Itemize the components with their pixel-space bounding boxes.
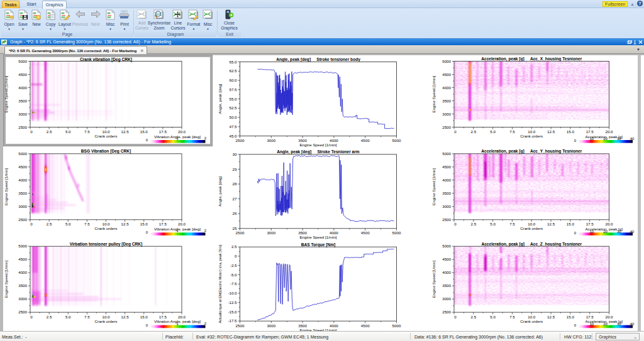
svg-text:5000: 5000 [18,151,27,156]
svg-text:10: 10 [589,230,594,234]
svg-text:0: 0 [30,222,33,226]
svg-text:Angle, peak [deg]: Angle, peak [deg] [218,176,222,206]
svg-text:20.0: 20.0 [605,222,613,226]
svg-text:4500: 4500 [18,257,27,261]
svg-text:20: 20 [603,230,608,234]
svg-text:4000: 4000 [442,178,451,182]
svg-text:2: 2 [204,229,207,232]
svg-text:-2.5: -2.5 [230,263,237,268]
svg-text:0: 0 [146,138,148,142]
svg-text:3000: 3000 [18,204,27,208]
svg-text:17.5: 17.5 [586,222,594,226]
svg-text:3500: 3500 [298,230,307,235]
svg-text:7.5: 7.5 [84,222,90,226]
svg-text:BAS Torque [Nm]: BAS Torque [Nm] [301,242,335,247]
svg-text:4000: 4000 [442,270,451,274]
svg-text:Engine Speed [1/min]: Engine Speed [1/min] [431,75,436,112]
svg-text:2.5: 2.5 [231,244,237,249]
svg-text:3500: 3500 [298,138,307,143]
svg-text:10: 10 [589,137,594,141]
svg-text:4000: 4000 [330,230,338,235]
svg-text:5.0: 5.0 [490,222,496,226]
svg-text:4500: 4500 [18,72,27,77]
svg-text:20: 20 [603,322,608,326]
svg-text:Crank orders: Crank orders [95,134,118,138]
svg-text:0: 0 [146,230,148,234]
svg-text:12.5: 12.5 [121,222,130,226]
svg-text:15.0: 15.0 [567,129,575,134]
svg-text:3000: 3000 [18,112,27,116]
svg-text:17.5: 17.5 [159,222,167,226]
svg-text:20.0: 20.0 [605,129,613,134]
svg-text:17.5: 17.5 [586,315,594,319]
svg-text:5000: 5000 [392,323,401,328]
svg-text:52.5: 52.5 [229,106,237,110]
svg-text:Acceleration, peak [g] Acc: Acceleration, peak [g] Acc_Z_housing Tes… [481,242,582,247]
svg-text:0: 0 [454,315,457,319]
svg-text:4000: 4000 [18,270,27,274]
svg-text:10.0: 10.0 [102,129,110,134]
svg-text:7.5: 7.5 [509,315,515,319]
svg-text:5.0: 5.0 [65,129,71,134]
svg-text:30: 30 [617,322,621,326]
svg-text:3500: 3500 [442,283,451,288]
svg-text:10.0: 10.0 [528,222,536,226]
svg-text:4500: 4500 [361,323,370,328]
svg-text:2500: 2500 [236,323,245,328]
svg-text:15.0: 15.0 [567,222,575,226]
svg-text:5.0: 5.0 [490,315,496,319]
svg-text:-12.5: -12.5 [228,300,237,305]
svg-text:7.5: 7.5 [84,129,90,134]
svg-text:0: 0 [454,129,457,134]
svg-text:2500: 2500 [236,230,245,235]
svg-text:7.5: 7.5 [509,129,515,134]
svg-text:57.5: 57.5 [229,87,237,92]
svg-text:5.0: 5.0 [65,315,71,319]
svg-text:12.5: 12.5 [547,129,555,134]
svg-text:0: 0 [454,222,457,226]
svg-text:20.0: 20.0 [178,129,186,134]
svg-text:30: 30 [617,137,621,141]
svg-text:65.0: 65.0 [229,60,237,64]
svg-text:3500: 3500 [442,99,451,103]
svg-text:2500: 2500 [18,310,27,314]
svg-text:5000: 5000 [18,244,27,248]
svg-text:40: 40 [630,137,635,141]
svg-text:30: 30 [233,152,237,156]
svg-text:2.5: 2.5 [471,222,477,226]
svg-text:3000: 3000 [442,112,451,116]
svg-text:2.5: 2.5 [47,222,52,226]
svg-text:Engine Speed [1/min]: Engine Speed [1/min] [299,143,336,147]
svg-text:30: 30 [617,230,621,234]
svg-text:55.0: 55.0 [229,97,237,101]
svg-text:4000: 4000 [18,85,27,90]
svg-text:Engine Speed [1/min]: Engine Speed [1/min] [4,75,8,112]
svg-text:Crank orders: Crank orders [520,319,543,323]
svg-text:4000: 4000 [442,85,451,90]
svg-text:25: 25 [233,226,237,230]
svg-text:17.5: 17.5 [159,129,167,134]
svg-text:15.0: 15.0 [567,315,575,319]
svg-text:Virbation tensioner pulley [De: Virbation tensioner pulley [Deg CRK] [70,242,143,247]
svg-text:4500: 4500 [361,138,370,143]
svg-text:7.5: 7.5 [84,315,90,319]
svg-text:12.5: 12.5 [547,315,555,319]
svg-text:0: 0 [574,231,577,235]
svg-text:4000: 4000 [18,178,27,182]
svg-text:12.5: 12.5 [547,222,555,226]
svg-text:3000: 3000 [442,204,451,208]
svg-text:28: 28 [233,181,237,186]
svg-text:3500: 3500 [18,99,27,103]
svg-text:0: 0 [30,315,33,319]
svg-text:4500: 4500 [442,257,451,261]
svg-text:-10.0: -10.0 [228,291,237,295]
svg-text:5.0: 5.0 [65,222,71,226]
svg-text:-5.0: -5.0 [230,273,237,277]
svg-text:26: 26 [233,211,237,215]
svg-text:Angle, peak [deg]: Angle, peak [deg] [218,84,222,114]
svg-text:3000: 3000 [442,296,451,301]
svg-text:2.5: 2.5 [47,315,52,319]
svg-text:3500: 3500 [298,323,307,328]
svg-text:4500: 4500 [18,165,27,169]
svg-text:2: 2 [204,136,207,140]
